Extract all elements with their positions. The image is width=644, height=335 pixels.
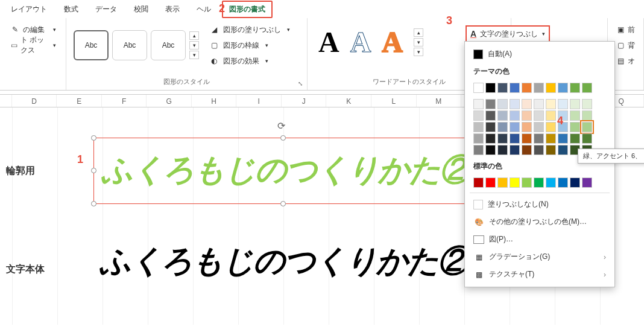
swatch[interactable] (485, 122, 496, 132)
wa-up[interactable]: ▴ (414, 28, 423, 37)
swatch[interactable] (497, 99, 508, 109)
tab-formula[interactable]: 数式 (58, 2, 84, 17)
swatch[interactable] (570, 83, 580, 93)
swatch[interactable] (546, 133, 556, 144)
gallery-more[interactable]: ▾ (189, 51, 199, 59)
swatch[interactable] (570, 110, 580, 121)
swatch[interactable] (546, 145, 556, 155)
swatch[interactable] (558, 145, 568, 155)
swatch[interactable] (534, 83, 544, 93)
swatch[interactable] (522, 145, 532, 155)
shape-styles-launcher[interactable]: ⤡ (296, 79, 305, 88)
swatch[interactable] (546, 110, 556, 121)
shape-style-3[interactable]: Abc (151, 30, 186, 60)
wordart-shape-1[interactable]: ⟳ ふくろもじのつくりかた② (93, 138, 473, 204)
col-K[interactable]: K (326, 95, 371, 107)
swatch[interactable] (534, 99, 544, 109)
swatch[interactable] (497, 122, 508, 132)
swatch[interactable] (473, 99, 484, 109)
swatch[interactable] (497, 177, 508, 188)
swatch[interactable] (473, 83, 484, 93)
text-fill-button[interactable]: A 文字の塗りつぶし ▾ (466, 25, 550, 42)
swatch[interactable] (497, 145, 508, 155)
shape-effect-button[interactable]: ◐図形の効果▾ (209, 54, 290, 68)
tab-view[interactable]: 表示 (159, 2, 186, 17)
handle-bl[interactable] (91, 201, 96, 206)
handle-tl[interactable] (91, 135, 96, 141)
swatch[interactable] (522, 99, 532, 109)
bring-front-button[interactable]: ▣前 (615, 23, 636, 36)
col-D[interactable]: D (12, 95, 57, 107)
swatch[interactable] (485, 110, 496, 121)
swatch[interactable] (485, 133, 496, 144)
swatch[interactable] (582, 110, 592, 121)
swatch[interactable] (522, 133, 532, 144)
swatch[interactable] (522, 177, 532, 188)
swatch[interactable] (534, 145, 544, 155)
tab-data[interactable]: データ (89, 2, 123, 17)
swatch[interactable] (473, 122, 484, 132)
swatch[interactable] (558, 99, 568, 109)
tab-review[interactable]: 校閲 (128, 2, 154, 17)
swatch[interactable] (534, 110, 544, 121)
col-E[interactable]: E (57, 95, 102, 107)
gallery-down[interactable]: ▾ (189, 41, 199, 49)
shape-fill-button[interactable]: ◢図形の塗りつぶし▾ (209, 23, 290, 36)
rotate-handle-icon[interactable]: ⟳ (277, 120, 285, 132)
wordart-text-1[interactable]: ふくろもじのつくりかた② (94, 138, 473, 202)
wordart-style-3[interactable]: A (382, 25, 403, 59)
swatch[interactable] (558, 83, 568, 93)
swatch[interactable] (485, 177, 496, 188)
swatch[interactable] (485, 145, 496, 155)
tab-help[interactable]: ヘル (191, 2, 217, 17)
swatch[interactable] (570, 122, 580, 132)
gradient-item[interactable]: ▦ グラデーション(G) › (465, 248, 614, 266)
gallery-up[interactable]: ▴ (189, 31, 199, 40)
swatch[interactable] (546, 83, 556, 93)
swatch[interactable] (558, 177, 568, 188)
col-G[interactable]: G (147, 95, 192, 107)
swatch[interactable] (570, 133, 580, 144)
wordart-style-2[interactable]: A (350, 25, 371, 59)
swatch[interactable] (497, 110, 508, 121)
swatch[interactable] (570, 99, 580, 109)
col-corner[interactable] (0, 95, 12, 107)
selection-pane-button[interactable]: ▤オ (615, 54, 636, 68)
swatch[interactable] (510, 122, 520, 132)
textbox-button[interactable]: ▭ト ボックス▾ (7, 39, 58, 52)
no-fill-item[interactable]: 塗りつぶしなし(N) (465, 196, 614, 213)
texture-item[interactable]: ▩ テクスチャ(T) › (465, 266, 614, 283)
send-back-button[interactable]: ▢背 (615, 39, 636, 52)
swatch[interactable] (582, 133, 592, 144)
swatch[interactable] (510, 145, 520, 155)
swatch[interactable] (473, 145, 484, 155)
swatch[interactable] (582, 83, 592, 93)
swatch[interactable] (510, 110, 520, 121)
wordart-style-1[interactable]: A (318, 25, 339, 59)
wa-more[interactable]: ▾ (414, 48, 423, 56)
swatch[interactable] (497, 83, 508, 93)
col-J[interactable]: J (282, 95, 327, 107)
picture-fill-item[interactable]: 図(P)… (465, 231, 614, 248)
swatch[interactable] (558, 133, 568, 144)
swatch[interactable] (582, 99, 592, 109)
swatch[interactable] (473, 110, 484, 121)
edit-shape-button[interactable]: ✎の編集▾ (7, 23, 58, 36)
col-L[interactable]: L (371, 95, 417, 107)
swatch[interactable] (497, 133, 508, 144)
swatch[interactable] (473, 177, 484, 188)
handle-ml[interactable] (91, 168, 96, 173)
swatch[interactable] (534, 177, 544, 188)
swatch[interactable] (546, 122, 556, 132)
swatch[interactable] (510, 177, 520, 188)
swatch[interactable] (510, 133, 520, 144)
handle-bm[interactable] (280, 201, 286, 206)
swatch[interactable] (534, 122, 544, 132)
swatch[interactable] (522, 83, 532, 93)
shape-style-1[interactable]: Abc (74, 30, 109, 60)
swatch[interactable] (546, 177, 556, 188)
swatch[interactable] (522, 110, 532, 121)
swatch[interactable] (582, 177, 592, 188)
swatch-highlighted[interactable] (582, 122, 592, 132)
col-F[interactable]: F (102, 95, 147, 107)
